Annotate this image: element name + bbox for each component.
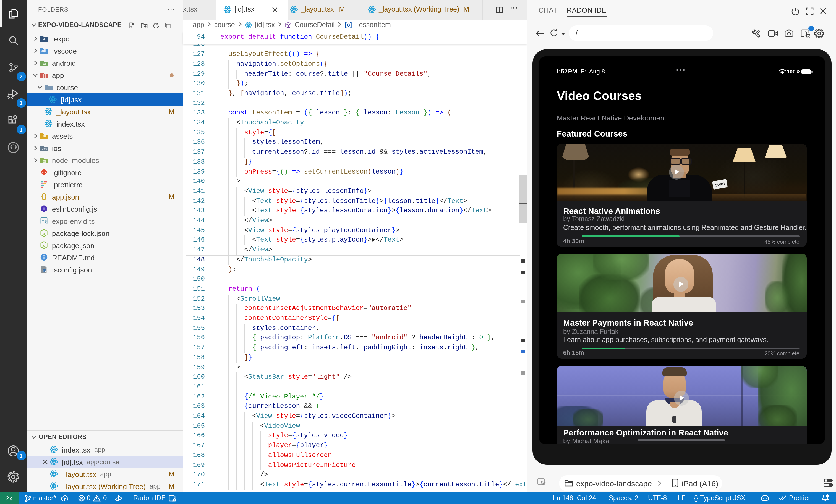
svg-text:n: n [43,160,44,163]
svg-text:TS: TS [42,219,47,224]
svg-text:js: js [42,244,45,248]
svg-text:iOS: iOS [42,148,47,151]
svg-text:js: js [42,231,45,235]
svg-text:TS: TS [43,269,46,272]
